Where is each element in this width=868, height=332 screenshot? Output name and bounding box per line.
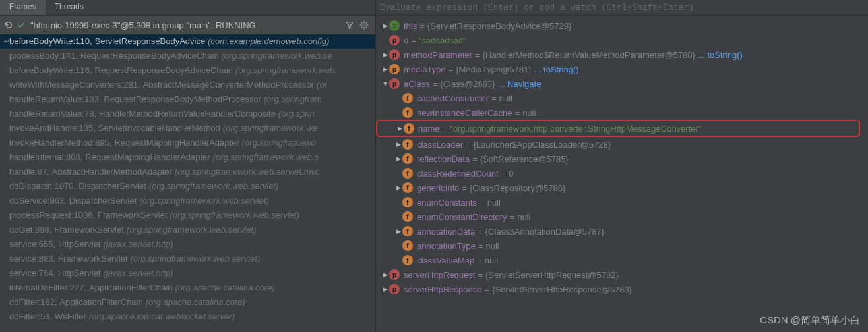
stack-frame[interactable]: handleReturnValue:78,HandlerMethodReturn…	[0, 107, 375, 121]
type-badge: p	[389, 269, 400, 280]
thread-label[interactable]: "http-nio-19999-exec-3"@5,308 in group "…	[29, 20, 345, 30]
svg-point-0	[363, 24, 365, 26]
variable-row[interactable]: ▶fname = "org.springframework.http.conve…	[377, 121, 859, 136]
variable-row[interactable]: ▶pmediaType = {MediaType@5781}... toStri…	[376, 62, 868, 76]
type-badge: f	[404, 123, 414, 134]
stack-frame[interactable]: beforeBodyWrite:110,ServletResponseBodyA…	[0, 34, 375, 49]
stack-frame[interactable]: service:764,HttpServlet(javax.servlet.ht…	[0, 266, 375, 281]
stack-frame[interactable]: service:883,FrameworkServlet(org.springf…	[0, 252, 375, 266]
variable-row[interactable]: fannotationType = null	[376, 238, 868, 253]
eval-expression-input[interactable]: Evaluate expression (Enter) or add a wat…	[376, 0, 868, 16]
type-badge: f	[402, 168, 413, 179]
stack-frame[interactable]: doDispatch:1070,DispatcherServlet(org.sp…	[0, 179, 375, 194]
type-badge: ≡	[389, 20, 400, 31]
variable-row[interactable]: ▶pmethodParameter = {HandlerMethod$Retur…	[376, 47, 868, 62]
stack-frame[interactable]: internalDoFilter:227,ApplicationFilterCh…	[0, 281, 375, 295]
variable-row[interactable]: ▶freflectionData = {SoftReference@5785}	[376, 152, 868, 166]
variable-row[interactable]: ▶fgenericInfo = {ClassRepository@5786}	[376, 180, 868, 195]
expand-icon[interactable]: ▶	[381, 51, 389, 58]
expand-icon[interactable]: ▶	[381, 66, 389, 72]
type-badge: f	[402, 93, 413, 103]
variable-row[interactable]: ▶≡this = {ServletResponseBodyAdvice@5729…	[376, 18, 868, 33]
expand-icon[interactable]: ▶	[381, 271, 389, 278]
stack-frame[interactable]: invokeAndHandle:135,ServletInvocableHand…	[0, 121, 375, 136]
type-badge: f	[402, 255, 413, 265]
expand-icon[interactable]: ▶	[381, 22, 389, 29]
type-badge: f	[402, 153, 413, 164]
check-icon	[17, 21, 28, 29]
stack-frame[interactable]: processRequest:1006,FrameworkServlet(org…	[0, 208, 375, 223]
filter-icon[interactable]	[345, 20, 358, 30]
variable-row[interactable]: fcachedConstructor = null	[376, 91, 868, 105]
type-badge: p	[389, 78, 400, 89]
stack-frame[interactable]: writeWithMessageConverters:281,AbstractM…	[0, 78, 375, 92]
tab-threads[interactable]: Threads	[46, 0, 93, 15]
expand-icon[interactable]: ▶	[394, 141, 402, 148]
stack-frame[interactable]: doFilter:162,ApplicationFilterChain(org.…	[0, 295, 375, 310]
variable-row[interactable]: po = "sadsadsad"	[376, 33, 868, 47]
watermark: CSDN @简单简单小白	[760, 314, 860, 327]
return-icon	[3, 38, 9, 45]
action-link[interactable]: ... toString()	[698, 50, 743, 60]
variable-row[interactable]: fenumConstantDirectory = null	[376, 209, 868, 224]
expand-icon[interactable]: ▶	[396, 125, 404, 132]
type-badge: f	[402, 182, 413, 193]
variable-row[interactable]: fclassRedefinedCount = 0	[376, 166, 868, 180]
expand-icon[interactable]: ▶	[381, 286, 389, 292]
variables-tree[interactable]: ▶≡this = {ServletResponseBodyAdvice@5729…	[376, 16, 868, 332]
stack-frame[interactable]: handleInternal:808,RequestMappingHandler…	[0, 150, 375, 165]
stack-frame[interactable]: doService:963,DispatcherServlet(org.spri…	[0, 194, 375, 208]
tabs: Frames Threads	[0, 0, 375, 16]
expand-icon[interactable]: ▶	[394, 155, 402, 162]
stack-frame[interactable]: invokeHandlerMethod:895,RequestMappingHa…	[0, 136, 375, 150]
stack-list[interactable]: beforeBodyWrite:110,ServletResponseBodyA…	[0, 34, 375, 332]
variable-row[interactable]: fclassValueMap = null	[376, 253, 868, 267]
variable-row[interactable]: fnewInstanceCallerCache = null	[376, 105, 868, 120]
expand-icon[interactable]: ▶	[394, 228, 402, 235]
type-badge: p	[389, 64, 400, 74]
type-badge: p	[389, 35, 400, 45]
type-badge: f	[402, 139, 413, 150]
frames-panel: Frames Threads "http-nio-19999-exec-3"@5…	[0, 0, 376, 332]
highlighted-row: ▶fname = "org.springframework.http.conve…	[376, 120, 860, 137]
variable-row[interactable]: ▼paClass = {Class@2693}... Navigate	[376, 76, 868, 91]
stack-frame[interactable]: beforeBodyWrite:116,RequestResponseBodyA…	[0, 63, 375, 78]
type-badge: f	[402, 211, 413, 222]
settings-icon[interactable]	[359, 20, 373, 30]
type-badge: f	[402, 107, 413, 118]
action-link[interactable]: ... toString()	[534, 65, 579, 74]
refresh-icon[interactable]	[4, 20, 15, 30]
type-badge: f	[402, 197, 413, 208]
collapse-icon[interactable]: ▼	[381, 80, 389, 87]
variables-panel: Evaluate expression (Enter) or add a wat…	[376, 0, 868, 332]
variable-row[interactable]: fenumConstants = null	[376, 195, 868, 209]
thread-bar: "http-nio-19999-exec-3"@5,308 in group "…	[0, 16, 375, 34]
type-badge: f	[402, 226, 413, 236]
stack-frame[interactable]: handle:87,AbstractHandlerMethodAdapter(o…	[0, 165, 375, 179]
expand-icon[interactable]: ▶	[394, 184, 402, 191]
type-badge: p	[389, 284, 400, 294]
type-badge: p	[389, 49, 400, 60]
stack-frame[interactable]: service:655,HttpServlet(javax.servlet.ht…	[0, 237, 375, 252]
variable-row[interactable]: ▶fannotationData = {Class$AnnotationData…	[376, 224, 868, 238]
variable-row[interactable]: ▶fclassLoader = {Launcher$AppClassLoader…	[376, 137, 868, 152]
tab-frames[interactable]: Frames	[0, 0, 46, 15]
stack-frame[interactable]: doFilter:53,WsFilter(org.apache.tomcat.w…	[0, 310, 375, 324]
stack-frame[interactable]: processBody:141,RequestResponseBodyAdvic…	[0, 49, 375, 63]
variable-row[interactable]: ▶pserverHttpResponse = {ServletServerHtt…	[376, 282, 868, 296]
stack-frame[interactable]: handleReturnValue:183,RequestResponseBod…	[0, 92, 375, 107]
stack-frame[interactable]: doGet:898,FrameworkServlet(org.springfra…	[0, 223, 375, 237]
variable-row[interactable]: ▶pserverHttpRequest = {ServletServerHttp…	[376, 267, 868, 282]
type-badge: f	[402, 240, 413, 251]
action-link[interactable]: ... Navigate	[498, 79, 542, 89]
